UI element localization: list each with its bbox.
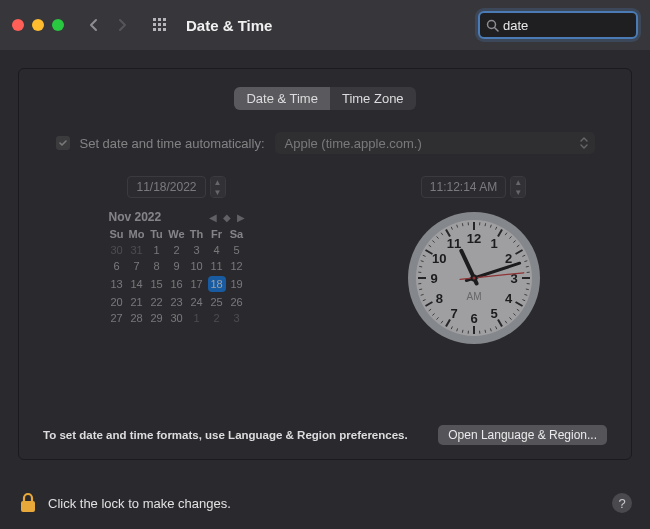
titlebar: Date & Time [0,0,650,50]
calendar-weekday: Tu [147,226,167,242]
calendar-day[interactable]: 6 [107,258,127,274]
calendar-day[interactable]: 2 [167,242,187,258]
chevron-updown-icon [579,135,589,151]
tab-date-time[interactable]: Date & Time [234,87,330,110]
preferences-panel: Date & Time Time Zone Set date and time … [18,68,632,460]
svg-rect-5 [163,23,166,26]
clock-numeral: 4 [505,291,513,306]
forward-button[interactable] [110,13,134,37]
svg-rect-1 [158,18,161,21]
calendar-weekday: We [167,226,187,242]
svg-rect-0 [153,18,156,21]
date-field[interactable]: 11/18/2022 [127,176,205,198]
footer-text: To set date and time formats, use Langua… [43,429,408,441]
svg-rect-4 [158,23,161,26]
stepper-up-icon: ▲ [511,177,525,187]
minimize-button[interactable] [32,19,44,31]
search-icon [486,19,499,32]
calendar[interactable]: Nov 2022 ◀ ◆ ▶ SuMoTuWeThFrSa 3031123456… [107,208,247,326]
time-server-select[interactable]: Apple (time.apple.com.) [275,132,595,154]
clock-numeral: 5 [490,306,497,321]
svg-line-10 [495,27,499,31]
show-all-button[interactable] [148,13,172,37]
calendar-day[interactable]: 22 [147,294,167,310]
calendar-day[interactable]: 30 [167,310,187,326]
calendar-day[interactable]: 3 [227,310,247,326]
footer-row: To set date and time formats, use Langua… [43,425,607,445]
calendar-day[interactable]: 5 [227,242,247,258]
calendar-day[interactable]: 14 [127,274,147,294]
clock-numeral: 12 [466,231,480,246]
calendar-day[interactable]: 29 [147,310,167,326]
calendar-day[interactable]: 8 [147,258,167,274]
calendar-next-icon[interactable]: ▶ [237,212,245,223]
svg-rect-6 [153,28,156,31]
calendar-day[interactable]: 1 [147,242,167,258]
calendar-day[interactable]: 26 [227,294,247,310]
stepper-down-icon: ▼ [211,187,225,197]
tab-time-zone[interactable]: Time Zone [330,87,416,110]
clock-numeral: 9 [430,271,437,286]
calendar-day[interactable]: 30 [107,242,127,258]
stepper-up-icon: ▲ [211,177,225,187]
calendar-day[interactable]: 2 [207,310,227,326]
time-server-value: Apple (time.apple.com.) [285,136,422,151]
clock-ampm: AM [466,291,481,302]
calendar-weekday: Fr [207,226,227,242]
help-button[interactable]: ? [612,493,632,513]
date-column: 11/18/2022 ▲ ▼ Nov 2022 ◀ ◆ ▶ SuMoTuWeTh… [43,176,310,348]
calendar-day[interactable]: 9 [167,258,187,274]
date-stepper[interactable]: ▲ ▼ [210,176,226,198]
calendar-day[interactable]: 13 [107,274,127,294]
calendar-day[interactable]: 24 [187,294,207,310]
window-title: Date & Time [186,17,272,34]
svg-rect-2 [163,18,166,21]
svg-point-77 [472,277,475,280]
lock-icon[interactable] [18,491,38,515]
clock-numeral: 7 [450,306,457,321]
calendar-weekday: Th [187,226,207,242]
calendar-day[interactable]: 12 [227,258,247,274]
calendar-day[interactable]: 17 [187,274,207,294]
calendar-day[interactable]: 7 [127,258,147,274]
calendar-day[interactable]: 21 [127,294,147,310]
calendar-day[interactable]: 27 [107,310,127,326]
calendar-day[interactable]: 25 [207,294,227,310]
calendar-day[interactable]: 31 [127,242,147,258]
window-controls [12,19,64,31]
clock-numeral: 1 [490,236,497,251]
zoom-button[interactable] [52,19,64,31]
calendar-weekday: Su [107,226,127,242]
nav-arrows [82,13,134,37]
calendar-day[interactable]: 15 [147,274,167,294]
search-input[interactable] [503,18,650,33]
search-field[interactable] [478,11,638,39]
auto-set-row: Set date and time automatically: Apple (… [43,132,607,154]
calendar-day[interactable]: 28 [127,310,147,326]
date-field-group: 11/18/2022 ▲ ▼ [127,176,225,198]
close-button[interactable] [12,19,24,31]
calendar-day[interactable]: 1 [187,310,207,326]
calendar-day[interactable]: 23 [167,294,187,310]
calendar-prev-icon[interactable]: ◀ [209,212,217,223]
calendar-day[interactable]: 20 [107,294,127,310]
auto-set-checkbox[interactable] [56,136,70,150]
calendar-today-icon[interactable]: ◆ [223,212,231,223]
calendar-day[interactable]: 11 [207,258,227,274]
open-language-region-button[interactable]: Open Language & Region... [438,425,607,445]
calendar-day[interactable]: 4 [207,242,227,258]
analog-clock[interactable]: 121234567891011AM [404,208,544,348]
time-field-group: 11:12:14 AM ▲ ▼ [421,176,526,198]
calendar-day[interactable]: 18 [207,274,227,294]
svg-rect-78 [21,501,35,512]
time-stepper[interactable]: ▲ ▼ [510,176,526,198]
calendar-day[interactable]: 3 [187,242,207,258]
calendar-day[interactable]: 16 [167,274,187,294]
lock-text: Click the lock to make changes. [48,496,231,511]
calendar-day[interactable]: 10 [187,258,207,274]
clock-numeral: 2 [505,251,512,266]
time-field[interactable]: 11:12:14 AM [421,176,506,198]
calendar-day[interactable]: 19 [227,274,247,294]
calendar-grid: SuMoTuWeThFrSa 3031123456789101112131415… [107,226,247,326]
back-button[interactable] [82,13,106,37]
